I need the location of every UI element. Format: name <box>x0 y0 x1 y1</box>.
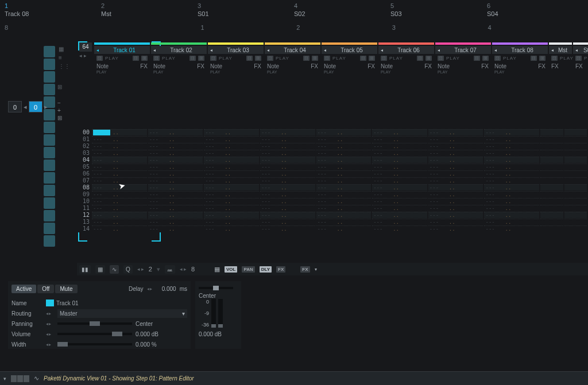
seq-misc-icon[interactable]: ⊞ <box>57 84 62 90</box>
wrap-icon[interactable]: ∿ <box>110 265 119 274</box>
scope-slot[interactable] <box>44 122 55 133</box>
scope-slot[interactable] <box>44 160 55 171</box>
loop-icon[interactable]: Q <box>123 265 133 274</box>
record-icon[interactable]: ▮▮ <box>79 265 91 274</box>
status-expand-icon[interactable]: ▾ <box>3 376 6 382</box>
track-header[interactable]: ◂Track 04⊡PLAY⊟⊞NoteFXPLAY <box>265 42 320 76</box>
scope-slot[interactable] <box>44 235 55 247</box>
tab-off[interactable]: Off <box>37 285 54 293</box>
follow-icon[interactable]: ▦ <box>95 265 105 274</box>
scope-slot[interactable] <box>44 223 55 234</box>
scope-slot[interactable] <box>44 185 55 196</box>
delay-value[interactable]: 0.000 <box>162 286 176 292</box>
scopes-column[interactable] <box>44 46 55 247</box>
track-header[interactable]: ◂Track 03⊡PLAY⊟⊞NoteFXPLAY <box>208 42 264 76</box>
screen-tab[interactable]: 3S01 <box>198 2 294 21</box>
panning-slider[interactable] <box>57 322 132 325</box>
screen-tab[interactable]: 4S02 <box>294 2 390 21</box>
pattern-nav[interactable]: ◂ ▸ <box>79 53 87 59</box>
track-header[interactable]: ◂Track 01⊡PLAY⊟⊞NoteFXPLAY <box>94 42 150 76</box>
scope-slot[interactable] <box>44 84 55 95</box>
scope-slot[interactable] <box>44 59 55 70</box>
screen-tab[interactable]: 6S04 <box>487 2 583 21</box>
screen-tab[interactable]: 1Track 08 <box>5 2 101 21</box>
pattern-editor: ▦≡⋮⋮ ⊞ 0 ◂ 0 ▸ −+⊞ 64 ◂ ▸ ◂Track 01⊡PLAY… <box>0 38 588 296</box>
top-screen-nav[interactable]: 1Track 082Mst3S014S025S036S04 <box>0 0 588 23</box>
scope-slot[interactable] <box>44 172 55 184</box>
track-header[interactable]: ◂Mst⊡PLAYFX <box>549 42 572 76</box>
screen-tab[interactable]: 5S03 <box>390 2 487 21</box>
scope-slot[interactable] <box>44 46 55 57</box>
seq-right-arrow[interactable]: ▸ <box>43 103 49 111</box>
level-meter-l <box>211 299 216 328</box>
pan-slider[interactable] <box>199 287 233 289</box>
track-header[interactable]: ◂Track 07⊡PLAY⊟⊞NoteFXPLAY <box>435 42 491 76</box>
grid-icon[interactable]: ▦ <box>214 266 220 273</box>
screen-tab[interactable]: 2Mst <box>101 2 198 21</box>
tab-active[interactable]: Active <box>11 285 36 293</box>
scope-slot[interactable] <box>44 134 55 146</box>
scope-slot[interactable] <box>44 147 55 158</box>
track-header[interactable]: ◂S0⊡PLAYFX <box>573 42 588 76</box>
track-headers: ◂Track 01⊡PLAY⊟⊞NoteFXPLAY◂Track 02⊡PLAY… <box>94 42 588 76</box>
level-meter-r <box>218 299 223 328</box>
pattern-toolbar[interactable]: ▮▮ ▦ ∿ Q ◂▸ 2 ▾ ⅏ ◂▸ 8 ▦ VOL PAN DLY FX … <box>77 263 588 275</box>
scope-slot[interactable] <box>44 71 55 83</box>
status-message: Paketti Dynamic View 01 - Showing Step 0… <box>44 375 194 382</box>
pattern-icons[interactable]: ▦≡⋮⋮ <box>59 46 70 69</box>
track-properties: Active Off Mute Delay ◂▸ 0.000 ms Name T… <box>8 281 191 349</box>
track-name-input[interactable]: Track 01 <box>56 300 79 306</box>
pattern-length[interactable]: 64 <box>79 42 92 52</box>
scope-slot[interactable] <box>44 210 55 221</box>
track-area: 64 ◂ ▸ ◂Track 01⊡PLAY⊟⊞NoteFXPLAY◂Track … <box>77 40 588 296</box>
scope-slot[interactable] <box>44 197 55 209</box>
status-group-icon[interactable] <box>11 375 29 382</box>
pattern-rows[interactable]: 00---..---..---..---..---..---..---..---… <box>79 129 588 232</box>
track-header[interactable]: ◂Track 02⊡PLAY⊟⊞NoteFXPLAY <box>151 42 207 76</box>
seq-plus-minus[interactable]: −+⊞ <box>57 100 62 121</box>
tab-mute[interactable]: Mute <box>55 285 77 293</box>
top-screen-nav2[interactable]: 81234 <box>0 23 588 38</box>
volume-slider[interactable] <box>57 333 132 335</box>
track-color-swatch[interactable] <box>46 300 54 306</box>
seq-left-arrow[interactable]: ◂ <box>22 103 28 111</box>
width-slider[interactable] <box>57 343 132 345</box>
routing-dropdown[interactable]: Master▾ <box>57 309 187 318</box>
meter-panel: Center 0 -9 -36 0.000 dB <box>195 281 241 349</box>
status-bar: ▾ ∿ Paketti Dynamic View 01 - Showing St… <box>0 371 588 385</box>
chord-icon[interactable]: ⅏ <box>165 265 175 274</box>
track-header[interactable]: ◂Track 08⊡PLAY⊟⊞NoteFXPLAY <box>492 42 548 76</box>
sequencer-cell[interactable]: 0 ◂ 0 ▸ <box>8 101 49 112</box>
track-header[interactable]: ◂Track 06⊡PLAY⊟⊞NoteFXPLAY <box>378 42 434 76</box>
status-wave-icon[interactable]: ∿ <box>34 375 39 382</box>
track-header[interactable]: ◂Track 05⊡PLAY⊟⊞NoteFXPLAY <box>322 42 377 76</box>
